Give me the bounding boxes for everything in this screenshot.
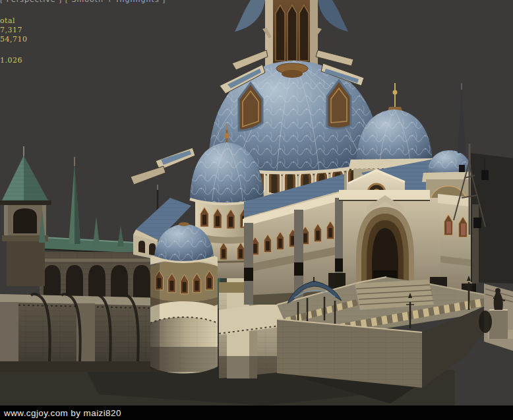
viewport-3d[interactable]: [ Perspective ] [ Smooth + Highlights ] … (0, 0, 513, 405)
lower-left-wall (0, 294, 170, 372)
stats-line-verts: 54,710 (0, 36, 28, 43)
screenshot-root: [ Perspective ] [ Smooth + Highlights ] … (0, 0, 513, 420)
statue-pedestal (489, 310, 508, 339)
viewport-shading-label: [ Perspective ] [ Smooth + Highlights ] (0, 0, 224, 4)
viewport-shading-label-text: [ Perspective ] [ Smooth + Highlights ] (0, 0, 224, 4)
dark-bush (479, 311, 492, 333)
watermark-bar: www.cgjoy.com by maizi820 (0, 405, 513, 420)
cathedral-model (0, 0, 513, 405)
stats-line-fps: 1.026 (0, 57, 22, 64)
stats-line-polys: 7,317 (0, 26, 22, 34)
watermark-text: www.cgjoy.com by maizi820 (4, 408, 121, 418)
apse-tower (150, 222, 218, 374)
stats-line-total: otal (0, 17, 15, 24)
portal-stairs (355, 280, 434, 310)
hanging-lantern (481, 170, 489, 180)
